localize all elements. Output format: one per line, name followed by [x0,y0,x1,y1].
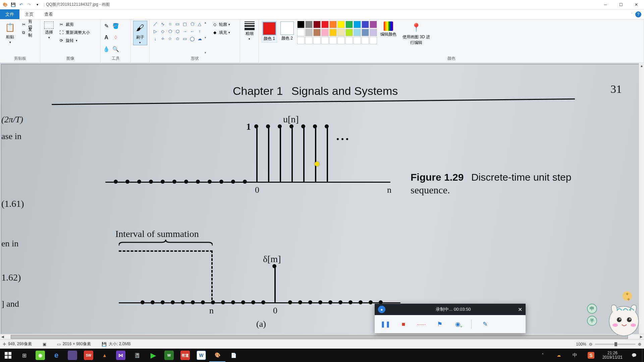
tray-expand-icon[interactable]: ˄ [535,349,551,362]
fill-tool-icon[interactable]: 🪣 [113,23,119,29]
rotate-button[interactable]: ⟳旋转▾ [57,37,91,44]
paste-button[interactable]: 📋 粘贴 ▾ [3,21,17,45]
color2-button[interactable]: 颜色 2 [279,21,295,42]
taskbar-app-youdao[interactable]: 有道 [177,349,193,362]
color1-button[interactable]: 颜色 1 [262,21,277,43]
size-button[interactable]: 粗细 ▾ [242,21,257,41]
edit-colors-button[interactable]: 编辑颜色 [379,21,398,38]
palette-swatch[interactable] [321,21,329,28]
show-desktop-button[interactable] [642,349,644,362]
taskbar-app-matlab[interactable]: ▲ [97,349,113,362]
palette-swatch[interactable] [362,37,369,44]
taskbar-clock[interactable]: 21:26 2019/11/21 [599,351,626,360]
zoom-slider[interactable] [595,344,635,345]
maximize-button[interactable]: ☐ [613,0,629,9]
tab-home[interactable]: 主页 [19,9,39,19]
save-icon[interactable]: 💾 [9,1,17,8]
shapes-gallery[interactable]: ／∿○▭▢⬠△ ▷◇⬠⬡→←↑ ↓✧☆✩▭◯☁ [152,21,203,42]
tray-sogou-icon[interactable]: S [583,349,599,362]
pencil-tool-icon[interactable]: ✎ [103,23,109,29]
mascot-badge[interactable]: 半 [587,316,597,326]
palette-swatch[interactable] [337,37,345,44]
desktop-mascot[interactable]: 申 半 [587,284,641,338]
paint3d-button[interactable]: 📍 使用画图 3D 进行编辑 [400,21,433,46]
palette-swatch[interactable] [305,21,313,28]
canvas-image[interactable]: Chapter 1 Signals and Systems 31 (2π/T) … [1,64,639,334]
close-button[interactable]: ✕ [629,0,644,9]
eraser-tool-icon[interactable]: ◊ [113,35,119,41]
palette-swatch[interactable] [297,37,305,44]
record-line-icon[interactable]: ------ [417,319,426,329]
screen-recorder-overlay[interactable]: ● 录制中... 00:03:50 ✕ ❚❚ ■ ------ ⚑ ◉＋ ✎ [375,304,526,333]
palette-swatch[interactable] [370,37,377,44]
qat-customize-icon[interactable]: ▾ [34,1,41,8]
zoom-out-button[interactable]: ⊖ [589,342,592,347]
help-icon[interactable]: ? [635,11,641,17]
recorder-close-icon[interactable]: ✕ [518,306,522,313]
taskbar-app-solidworks[interactable]: SW [80,349,97,362]
palette-swatch[interactable] [362,21,369,28]
palette-swatch[interactable] [337,29,345,36]
palette-swatch[interactable] [329,37,337,44]
resize-button[interactable]: ⛶重新调整大小 [57,29,91,36]
horizontal-scrollbar[interactable]: ◀ ▶ [0,334,644,339]
ime-icon[interactable]: 中 [567,349,583,362]
palette-swatch[interactable] [370,29,377,36]
brushes-button[interactable]: 🖌 刷子 ▾ [133,21,147,45]
palette-swatch[interactable] [313,29,321,36]
tab-view[interactable]: 查看 [39,9,58,19]
palette-swatch[interactable] [321,29,329,36]
palette-swatch[interactable] [305,29,313,36]
taskbar-app-edge[interactable]: e [48,349,64,362]
palette-swatch[interactable] [345,29,353,36]
scroll-left-icon[interactable]: ◀ [0,334,5,340]
picker-tool-icon[interactable]: 💧 [103,46,109,52]
taskbar-app[interactable]: 📓 [129,349,145,362]
shape-outline-button[interactable]: ◇轮廓▾ [210,21,231,28]
taskbar-app[interactable] [64,349,80,362]
ribbon-collapse-icon[interactable]: ˇ [631,12,633,16]
webcam-icon[interactable]: ◉＋ [453,319,463,329]
pen-annotate-icon[interactable]: ✎ [480,319,490,329]
redo-icon[interactable]: ↷ [25,1,33,8]
tab-file[interactable]: 文件 [0,9,19,19]
taskbar-app-vs[interactable]: ⋈ [113,349,129,362]
text-tool-icon[interactable]: A [103,35,109,41]
color-palette[interactable] [297,21,377,44]
task-view-button[interactable]: ⊞ [16,349,32,362]
taskbar-app-word[interactable]: W [193,349,209,362]
action-center-icon[interactable]: 💬 [626,349,642,362]
mascot-badge[interactable]: 申 [587,304,597,314]
taskbar-app-paint[interactable]: 🎨 [209,349,225,362]
palette-swatch[interactable] [329,29,337,36]
palette-swatch[interactable] [313,37,321,44]
palette-swatch[interactable] [329,21,337,28]
palette-swatch[interactable] [297,21,305,28]
select-button[interactable]: 选择 ▾ [43,21,55,40]
start-button[interactable] [0,349,16,362]
taskbar-app[interactable]: ◉ [32,349,48,362]
pause-button[interactable]: ❚❚ [381,319,390,329]
scroll-up-icon[interactable]: ▲ [639,63,644,68]
copy-button[interactable]: ⧉复制 [19,29,37,36]
taskbar-app[interactable]: W [161,349,177,362]
palette-swatch[interactable] [370,21,377,28]
magnifier-tool-icon[interactable]: 🔍 [113,46,119,52]
palette-swatch[interactable] [297,29,305,36]
palette-swatch[interactable] [345,21,353,28]
palette-swatch[interactable] [354,37,361,44]
taskbar-app-notepad[interactable]: 📄 [225,349,241,362]
taskbar-app[interactable]: ▶ [145,349,161,362]
palette-swatch[interactable] [354,21,361,28]
palette-swatch[interactable] [354,29,361,36]
palette-swatch[interactable] [362,29,369,36]
minimize-button[interactable]: ─ [598,0,613,9]
stop-button[interactable]: ■ [399,319,408,329]
palette-swatch[interactable] [345,37,353,44]
palette-swatch[interactable] [321,37,329,44]
scroll-thumb[interactable] [11,335,628,339]
annotate-flag-icon[interactable]: ⚑ [435,319,444,329]
tray-icon[interactable]: ☁ [551,349,567,362]
zoom-in-button[interactable]: ⊕ [638,342,641,347]
undo-icon[interactable]: ↶ [17,1,25,8]
